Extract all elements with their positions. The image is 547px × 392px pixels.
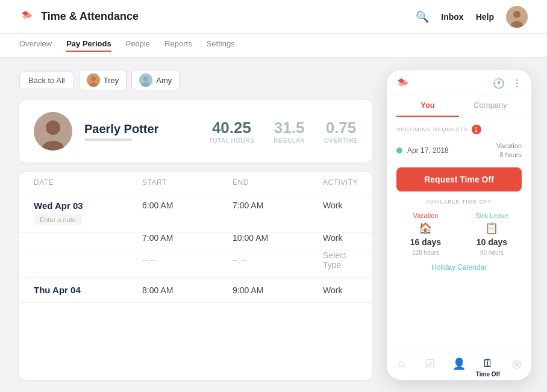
app-title: Time & Attendance — [41, 10, 139, 23]
overtime-value: 0.75 — [324, 119, 358, 137]
mobile-more-icon[interactable]: ⋮ — [512, 78, 522, 89]
mobile-tab-company[interactable]: Company — [459, 95, 522, 117]
date-cell-wed: Wed Apr 03 Enter a note — [34, 201, 142, 225]
upcoming-requests-label: UPCOMING REQUESTS 1 — [396, 125, 522, 134]
sick-leave-hours: 80 hours — [480, 249, 504, 256]
vacation-icon: 🏠 — [419, 222, 432, 235]
employee-card: Paerly Potter 40.25 TOTAL Hours 31.5 REG… — [19, 100, 372, 163]
trey-label: Trey — [104, 76, 119, 85]
start-time-thu: 8:00 AM — [142, 285, 233, 295]
total-hours-label: TOTAL Hours — [209, 137, 254, 144]
footer-tab-home[interactable]: ⌂ — [387, 357, 416, 378]
footer-tab-more[interactable]: ◎ — [502, 357, 531, 378]
employee-sub-bar — [84, 138, 133, 141]
overtime-stat: 0.75 OVERTIME — [324, 119, 358, 144]
footer-timeoff-label: Time Off — [476, 371, 500, 378]
logo-icon — [19, 8, 36, 25]
amy-label: Amy — [156, 76, 172, 85]
header-start: Start — [142, 178, 233, 187]
start-time-placeholder: --:-- — [142, 255, 233, 265]
subnav-overview[interactable]: Overview — [19, 39, 52, 52]
nav-help-link[interactable]: Help — [476, 12, 494, 22]
end-time-placeholder: --:-- — [233, 255, 323, 265]
regular-label: REGULAR — [274, 137, 305, 144]
total-hours-stat: 40.25 TOTAL Hours — [209, 119, 254, 144]
stats-area: 40.25 TOTAL Hours 31.5 REGULAR 0.75 OVER… — [209, 119, 358, 144]
mobile-clock-icon[interactable]: 🕐 — [493, 78, 505, 89]
subnav-reports[interactable]: Reports — [164, 39, 192, 52]
footer-timeoff-icon: 🗓 — [483, 357, 493, 370]
amy-avatar — [139, 73, 152, 87]
people-tabs: Back to All Trey — [19, 70, 372, 90]
total-hours-value: 40.25 — [209, 119, 254, 137]
overtime-label: OVERTIME — [324, 137, 358, 144]
back-to-all-button[interactable]: Back to All — [19, 72, 74, 89]
request-time-off-button[interactable]: Request Time Off — [396, 167, 522, 191]
svg-point-1 — [513, 11, 520, 18]
sick-leave-icon: 📋 — [485, 222, 498, 235]
activity-1: Work — [323, 201, 358, 210]
activity-2: Work — [323, 233, 358, 243]
main-content: Back to All Trey — [0, 58, 547, 392]
mobile-tabs: You Company — [387, 95, 531, 117]
header-end: End — [233, 178, 323, 187]
header-date: Date — [34, 178, 142, 187]
footer-tab-timeoff[interactable]: 🗓 Time Off — [474, 357, 502, 378]
mobile-tab-you[interactable]: You — [396, 95, 459, 117]
request-dot — [396, 148, 402, 154]
holiday-calendar-link[interactable]: Holiday Calendar — [396, 263, 522, 272]
table-row: Wed Apr 03 Enter a note 6:00 AM 7:00 AM … — [19, 193, 372, 233]
person-tab-amy[interactable]: Amy — [131, 70, 180, 90]
header-activity: Activity — [323, 178, 358, 187]
date-thu: Thu Apr 04 — [34, 285, 142, 295]
activity-select[interactable]: Select Type — [323, 250, 358, 270]
mobile-footer: ⌂ ☑ 👤 🗓 Time Off ◎ — [387, 352, 531, 380]
vacation-days: 16 days — [410, 237, 441, 247]
table-sub-row-placeholder: --:-- --:-- Select Type — [19, 250, 372, 278]
date-cell-thu: Thu Apr 04 — [34, 285, 142, 295]
mobile-body: UPCOMING REQUESTS 1 Apr 17, 2018 Vacatio… — [387, 117, 531, 352]
right-panel: 🕐 ⋮ You Company UPCOMING REQUESTS 1 — [387, 70, 531, 380]
upcoming-badge: 1 — [472, 125, 481, 134]
regular-stat: 31.5 REGULAR — [274, 119, 305, 144]
footer-profile-icon: 👤 — [452, 357, 466, 370]
mobile-logo-icon — [396, 77, 411, 89]
nav-right: 🔍 Inbox Help — [416, 6, 528, 28]
sick-leave-avail: Sick Leave 📋 10 days 80 hours — [476, 212, 508, 256]
request-date: Apr 17, 2018 — [407, 146, 492, 155]
available-grid: Vacation 🏠 16 days 128 hours Sick Leave … — [396, 212, 522, 256]
person-tab-trey[interactable]: Trey — [79, 70, 127, 90]
svg-point-10 — [46, 120, 60, 135]
vacation-type-label: Vacation — [413, 212, 438, 219]
footer-tab-profile[interactable]: 👤 — [445, 357, 474, 378]
regular-value: 31.5 — [274, 119, 305, 137]
mobile-mockup: 🕐 ⋮ You Company UPCOMING REQUESTS 1 — [387, 70, 531, 380]
sub-nav: Overview Pay Periods People Reports Sett… — [0, 34, 547, 58]
footer-more-icon: ◎ — [512, 357, 522, 370]
subnav-people[interactable]: People — [126, 39, 150, 52]
start-time-2: 7:00 AM — [142, 233, 233, 243]
mobile-header: 🕐 ⋮ — [387, 70, 531, 95]
footer-tasks-icon: ☑ — [425, 357, 435, 370]
trey-avatar — [87, 73, 100, 87]
vacation-hours: 128 hours — [412, 249, 439, 256]
vacation-avail: Vacation 🏠 16 days 128 hours — [410, 212, 441, 256]
start-time-1: 6:00 AM — [142, 201, 233, 210]
request-item: Apr 17, 2018 Vacation 8 hours — [396, 142, 522, 160]
subnav-settings[interactable]: Settings — [207, 39, 235, 52]
end-time-2: 10:00 AM — [233, 233, 323, 243]
enter-note-button[interactable]: Enter a note — [34, 214, 82, 225]
employee-info: Paerly Potter — [84, 122, 158, 141]
nav-inbox-link[interactable]: Inbox — [441, 12, 463, 22]
sick-leave-type-label: Sick Leave — [476, 212, 508, 219]
footer-tab-tasks[interactable]: ☑ — [416, 357, 445, 378]
mobile-header-icons: 🕐 ⋮ — [493, 78, 522, 89]
footer-home-icon: ⌂ — [398, 357, 405, 370]
sick-leave-days: 10 days — [477, 237, 507, 247]
end-time-1: 7:00 AM — [233, 201, 323, 210]
subnav-pay-periods[interactable]: Pay Periods — [66, 39, 111, 52]
svg-point-7 — [143, 76, 148, 81]
search-icon[interactable]: 🔍 — [416, 10, 429, 23]
activity-thu: Work — [323, 285, 358, 295]
user-avatar[interactable] — [506, 6, 528, 28]
